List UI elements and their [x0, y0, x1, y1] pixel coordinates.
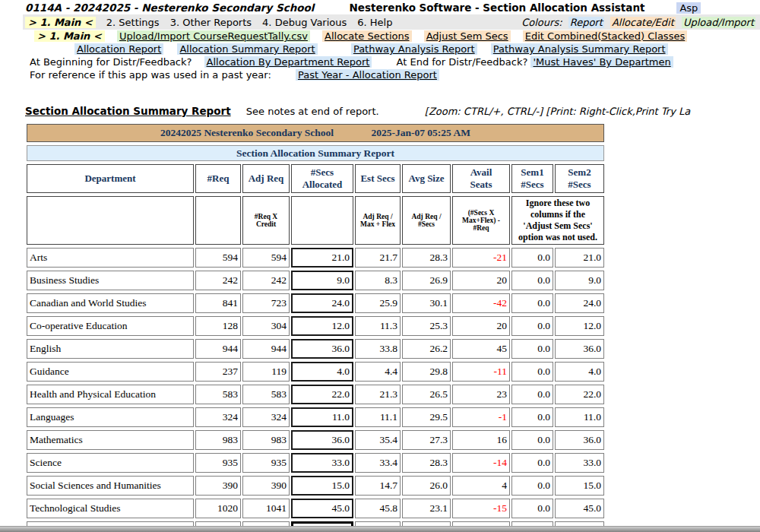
- cell-req: 1020: [195, 499, 241, 518]
- sub-avail-seats: (#Secs X Max+Flex) - #Req: [452, 196, 510, 245]
- allocation-report-link[interactable]: Allocation Report: [74, 43, 163, 55]
- titlebar: 0114A - 20242025 - Nesterenko Secondary …: [0, 0, 760, 14]
- cell-avg-size: 25.3: [402, 316, 451, 336]
- cell-sem1-secs: 0.0: [511, 271, 553, 290]
- cell-department: Canadian and World Studies: [27, 293, 194, 313]
- col-req: #Req: [195, 164, 241, 193]
- toolbar-main-active[interactable]: > 1. Main <: [34, 30, 105, 42]
- cell-secs-allocated: 11.0: [291, 407, 353, 427]
- zoom-print-hint: [Zoom: CTRL/+, CTRL/-] [Print: Right-Cli…: [425, 106, 690, 117]
- horizontal-scrollbar[interactable]: [0, 526, 760, 532]
- cell-est-secs: 11.1: [355, 407, 401, 427]
- colour-key-upload-import: Upload/Import: [682, 17, 755, 28]
- cell-secs-allocated: 36.0: [291, 430, 353, 450]
- table-title-row: Section Allocation Summary Report: [27, 145, 604, 161]
- cell-est-secs: 33.4: [355, 453, 401, 473]
- cell-est-secs: 8.3: [355, 271, 401, 290]
- cell-adj-req: 723: [242, 293, 290, 313]
- menu-item-help[interactable]: 6. Help: [357, 17, 392, 28]
- adjust-sem-secs-link[interactable]: Adjust Sem Secs: [424, 30, 511, 42]
- allocation-summary-report-link[interactable]: Allocation Summary Report: [177, 43, 317, 55]
- menu-item-other-reports[interactable]: 3. Other Reports: [170, 17, 252, 28]
- cell-req: 390: [195, 476, 241, 496]
- cell-sem1-secs: 0.0: [511, 362, 553, 382]
- cell-avail-seats: 20: [452, 316, 510, 336]
- sub-secs-allocated-empty: [291, 196, 353, 245]
- table-row: Arts59459421.021.728.3-210.021.0: [27, 248, 604, 268]
- pathway-analysis-report-link[interactable]: Pathway Analysis Report: [351, 43, 477, 55]
- cell-secs-allocated: 45.0: [291, 499, 353, 518]
- past-year-reference-label: For reference if this app was used in a …: [30, 69, 271, 81]
- upload-import-csv-link[interactable]: Upload/Import CourseRequestTally.csv: [117, 30, 310, 42]
- table-row: Languages32432411.011.129.5-10.011.0: [27, 407, 604, 427]
- cell-est-secs: 45.8: [355, 499, 401, 518]
- cell-secs-allocated: 12.0: [291, 316, 353, 336]
- sub-sem-note: Ignore these two columns if the 'Adjust …: [511, 196, 604, 245]
- table-row: Social Sciences and Humanities39039015.0…: [27, 476, 604, 496]
- cell-adj-req: 583: [242, 385, 290, 404]
- toolbar-row-1: > 1. Main < Upload/Import CourseRequestT…: [23, 30, 760, 43]
- toolbar-row-4: For reference if this app was used in a …: [23, 68, 760, 81]
- cell-avg-size: 26.0: [402, 476, 451, 496]
- cell-sem1-secs: 0.0: [511, 476, 553, 496]
- cell-req: 841: [195, 293, 241, 313]
- menu-item-settings[interactable]: 2. Settings: [106, 17, 160, 28]
- colour-key-report: Report: [568, 17, 604, 28]
- cell-sem2-secs: 45.0: [555, 499, 604, 518]
- cell-avail-seats: 45: [452, 339, 510, 359]
- cell-department: Business Studies: [27, 271, 194, 290]
- cell-sem2-secs: 21.0: [555, 248, 604, 268]
- menu-item-debug-various[interactable]: 4. Debug Various: [262, 17, 347, 28]
- pathway-analysis-summary-report-link[interactable]: Pathway Analysis Summary Report: [491, 43, 668, 55]
- school-header-bar: 20242025 Nesterenko Secondary School 202…: [27, 124, 604, 142]
- col-avail-seats: Avail Seats: [452, 164, 510, 193]
- cell-department: Guidance: [27, 362, 194, 382]
- cell-department: Languages: [27, 407, 194, 427]
- cell-avail-seats: -1: [452, 407, 510, 427]
- cell-avg-size: 29.8: [402, 362, 451, 382]
- edit-combined-classes-link[interactable]: Edit Combined(Stacked) Classes: [523, 30, 687, 42]
- cell-avail-seats: 4: [452, 476, 510, 496]
- must-haves-by-department-link[interactable]: 'Must Haves' By Departmen: [530, 56, 673, 68]
- cell-adj-req: 304: [242, 316, 290, 336]
- sub-department-empty: [27, 196, 194, 245]
- cell-sem2-secs: 24.0: [555, 293, 604, 313]
- cell-secs-allocated: 4.0: [291, 362, 353, 382]
- toolbar-row-3: At Beginning for Distr/Feedback? Allocat…: [23, 55, 760, 68]
- cell-sem2-secs: 36.0: [555, 339, 604, 359]
- past-year-allocation-report-link[interactable]: Past Year - Allocation Report: [296, 69, 439, 81]
- cell-sem2-secs: 9.0: [555, 271, 604, 290]
- table-body: Arts59459421.021.728.3-210.021.0Business…: [27, 248, 604, 532]
- cell-avail-seats: -21: [452, 248, 510, 268]
- cell-est-secs: 25.9: [355, 293, 401, 313]
- col-avg-size: Avg Size: [402, 164, 451, 193]
- school-year-name: 20242025 Nesterenko Secondary School: [160, 127, 334, 138]
- cell-avail-seats: -14: [452, 453, 510, 473]
- menu-item-main-active[interactable]: > 1. Main <: [25, 17, 96, 28]
- cell-adj-req: 242: [242, 271, 290, 290]
- cell-req: 324: [195, 407, 241, 427]
- cell-est-secs: 33.8: [355, 339, 401, 359]
- app-title: Nesterenko Software - Section Allocation…: [350, 2, 645, 14]
- cell-adj-req: 935: [242, 453, 290, 473]
- asp-badge[interactable]: Asp: [676, 2, 701, 14]
- table-row: Guidance2371194.04.429.8-110.04.0: [27, 362, 604, 382]
- cell-secs-allocated: 21.0: [291, 248, 353, 268]
- allocate-sections-link[interactable]: Allocate Sections: [322, 30, 411, 42]
- allocation-by-department-report-link[interactable]: Allocation By Department Report: [204, 56, 372, 68]
- cell-req: 983: [195, 430, 241, 450]
- column-header-row: Department #Req Adj Req #Secs Allocated …: [27, 164, 604, 193]
- table-title: Section Allocation Summary Report: [27, 145, 604, 161]
- cell-req: 935: [195, 453, 241, 473]
- sub-est-secs: Adj Req / Max + Flex: [355, 196, 401, 245]
- cell-sem2-secs: 36.0: [555, 430, 604, 450]
- col-adj-req: Adj Req: [242, 164, 290, 193]
- col-sem1-secs: Sem1 #Secs: [511, 164, 553, 193]
- table-row: Co-operative Education12830412.011.325.3…: [27, 316, 604, 336]
- col-department: Department: [27, 164, 194, 193]
- cell-sem2-secs: 12.0: [555, 316, 604, 336]
- cell-est-secs: 35.4: [355, 430, 401, 450]
- cell-est-secs: 11.3: [355, 316, 401, 336]
- cell-req: 594: [195, 248, 241, 268]
- cell-department: Mathematics: [27, 430, 194, 450]
